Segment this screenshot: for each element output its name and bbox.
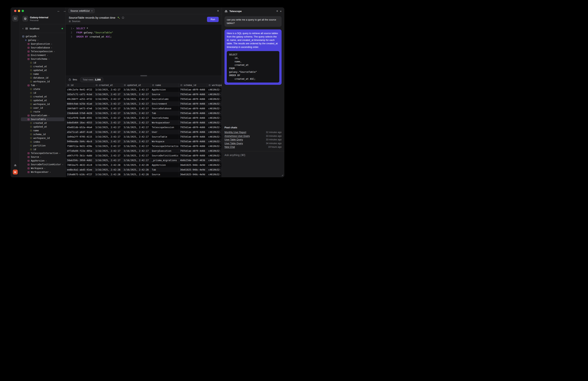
tree-item-name[interactable]: name <box>21 72 64 76</box>
column-header-created_at[interactable]: created_at <box>94 83 122 87</box>
tree-item-partition[interactable]: partition <box>21 144 64 148</box>
tree-item-name[interactable]: name <box>21 129 64 133</box>
table-row[interactable]: 949bea8a-5b0c-4bc63/16/2025, 2:42:173/16… <box>66 139 222 144</box>
tree-item-AppVersion[interactable]: AppVersion▸ <box>21 159 64 163</box>
zoom-window-button[interactable] <box>22 10 24 12</box>
table-cell: 7935d1ae-d8f0-4d66 <box>179 134 207 139</box>
tree-item-workspace_id[interactable]: workspace_id <box>21 136 64 140</box>
tree-item-Tab[interactable]: Tab▾ <box>21 84 64 87</box>
split-drag-handle[interactable] <box>140 75 147 76</box>
tree-item-galaxydb[interactable]: galaxydb▾ <box>21 34 64 38</box>
tree-item-galaxy[interactable]: galaxy▾ <box>21 38 64 42</box>
table-cell: 7935d1ae-d8f0-4d66 <box>179 101 207 106</box>
table-cell: df7a9a94-f22e-405a <box>66 149 94 153</box>
connection-row[interactable]: ‹ localhost <box>20 24 65 33</box>
tree-item-database_id[interactable]: database_id <box>21 76 64 80</box>
tree-item-workspace_id[interactable]: workspace_id <box>21 80 64 84</box>
tree-item-SourceDefinitionHistory[interactable]: SourceDefinitionHistory▸ <box>21 163 64 166</box>
nav-forward-button[interactable]: → <box>63 9 66 13</box>
new-chat-button[interactable]: + <box>276 9 278 13</box>
table-row[interactable]: 45e851db-b52a-44a43/16/2025, 2:42:173/16… <box>66 125 222 130</box>
table-icon <box>27 118 30 121</box>
table-row[interactable]: a5a71ca3-a647-4ce83/16/2025, 2:42:173/16… <box>66 130 222 134</box>
column-header-schema_id[interactable]: schema_id <box>179 83 207 87</box>
resize-grip-icon[interactable] <box>281 174 283 176</box>
info-icon[interactable] <box>122 16 124 19</box>
table-row[interactable]: 7801ba75-4632-41c03/16/2025, 2:42:283/16… <box>66 163 222 167</box>
tree-item-index[interactable]: index <box>21 140 64 144</box>
table-row[interactable]: bdbd5d64-18ac-45533/16/2025, 2:42:173/16… <box>66 120 222 125</box>
connection-status-dot <box>62 28 63 29</box>
table-cell: a847cff5-3b1c-4a8d <box>66 153 94 158</box>
table-row[interactable]: fd1af9f8-5ed8-45913/16/2025, 2:42:173/16… <box>66 115 222 120</box>
column-header-id[interactable]: id <box>66 83 94 87</box>
table-cell: 7935d1ae-d8f0-4d66 <box>179 125 207 130</box>
table-row[interactable]: df7a9a94-f22e-405a3/16/2025, 2:42:173/16… <box>66 149 222 153</box>
table-row[interactable]: 310a8675-b18c-47273/16/2025, 2:42:283/16… <box>66 172 222 177</box>
tree-item-TelescopeInteraction[interactable]: TelescopeInteraction▸ <box>21 151 64 155</box>
tree-item-updated_at[interactable]: updated_at <box>21 125 64 129</box>
tree-item-SourceDatabase[interactable]: SourceDatabase▸ <box>21 46 64 49</box>
table-row[interactable]: 163a7c71-cd71-4cbd3/16/2025, 2:42:173/16… <box>66 92 222 97</box>
past-chat-link[interactable]: User Table Query <box>225 138 243 141</box>
tree-item-label: name <box>33 73 39 75</box>
table-row[interactable]: 58ab350c-3950-4d823/16/2025, 2:42:173/16… <box>66 158 222 163</box>
tree-item-SourceColumn[interactable]: SourceColumn▸ <box>21 114 64 117</box>
queries-nav-button[interactable] <box>12 15 18 22</box>
tree-item-user_id[interactable]: user_id <box>21 106 64 110</box>
minimize-window-button[interactable] <box>18 10 20 12</box>
tree-item-state[interactable]: state <box>21 87 64 91</box>
tab-close-icon[interactable]: × <box>91 9 93 12</box>
tree-item-updated_at[interactable]: updated_at <box>21 68 64 72</box>
close-panel-button[interactable]: × <box>280 10 282 13</box>
past-chat-link[interactable]: Anonymous User Query <box>225 135 250 137</box>
tree-item-id[interactable]: id <box>21 148 64 151</box>
tree-item-updated_at[interactable]: updated_at <box>21 99 64 102</box>
user-avatar[interactable]: M <box>13 170 18 175</box>
column-header-workspace_id[interactable]: workspace_id <box>207 83 222 87</box>
table-row[interactable]: ee8bc6a1-abd5-41ee3/16/2025, 2:42:283/16… <box>66 167 222 172</box>
table-row[interactable]: 1b94a2ff-9705-41153/16/2025, 2:42:173/16… <box>66 134 222 139</box>
table-row[interactable]: 6664c9ab-b25b-41ad3/16/2025, 2:42:173/16… <box>66 101 222 106</box>
tree-item-schema_id[interactable]: schema_id <box>21 133 64 136</box>
new-tab-button[interactable]: + <box>217 9 219 13</box>
tree-item-TelescopeSession[interactable]: TelescopeSession▸ <box>21 49 64 53</box>
nav-back-button[interactable]: ← <box>57 9 60 13</box>
tree-item-Workspace[interactable]: Workspace▸ <box>21 166 64 170</box>
close-window-button[interactable] <box>14 10 16 12</box>
tree-item-Environment[interactable]: Environment▸ <box>21 53 64 57</box>
table-row[interactable]: a847cff5-3b1c-4a8d3/16/2025, 2:42:173/16… <box>66 153 222 158</box>
editor-code[interactable]: SELECT *FROM galaxy."SourceTable"ORDER B… <box>75 26 222 76</box>
tree-item-created_at[interactable]: created_at <box>21 65 64 68</box>
tree-item-route[interactable]: route <box>21 110 64 114</box>
workspace-header[interactable]: Galaxy-Internal Personal <box>20 15 65 24</box>
tree-item-id[interactable]: id <box>21 61 64 65</box>
tree-item-Source[interactable]: Source▸ <box>21 155 64 159</box>
telescope-toggle-icon[interactable] <box>14 164 17 167</box>
table-row[interactable]: f580711a-9d31-439e3/16/2025, 2:42:173/16… <box>66 144 222 149</box>
tree-item-id[interactable]: id <box>21 91 64 95</box>
tree-item-QueryExecution[interactable]: QueryExecution▸ <box>21 42 64 46</box>
run-button[interactable]: Run <box>207 17 219 22</box>
table-row[interactable]: 284fb8f7-b473-47e63/16/2025, 2:42:173/16… <box>66 106 222 111</box>
past-chat-link[interactable]: New Chat <box>225 146 235 148</box>
fold-icon[interactable]: ▾ <box>72 27 75 29</box>
table-row[interactable]: c90c2afe-9e41-4f223/16/2025, 2:42:173/16… <box>66 87 222 92</box>
sparkle-icon[interactable] <box>117 16 120 19</box>
tree-item-created_at[interactable]: created_at <box>21 121 64 125</box>
table-row[interactable]: 15bdb4e8-57b0-4d283/16/2025, 2:42:173/16… <box>66 111 222 115</box>
column-header-updated_at[interactable]: updated_at <box>122 83 150 87</box>
past-chat-link[interactable]: Monthly User Report <box>225 131 246 134</box>
tree-item-workspace_id[interactable]: workspace_id <box>21 102 64 106</box>
past-chat-link[interactable]: User Table Query <box>225 142 243 145</box>
chat-input[interactable] <box>225 154 282 175</box>
table-row[interactable]: 49c268ff-a251-4f323/16/2025, 2:42:173/16… <box>66 97 222 101</box>
column-header-name[interactable]: name <box>150 83 179 87</box>
tree-item-SourceSchema[interactable]: SourceSchema▾ <box>21 57 64 61</box>
tree-item-WorkspaceUser[interactable]: WorkspaceUser▸ <box>21 170 64 174</box>
sql-editor[interactable]: 1▾23 SELECT *FROM galaxy."SourceTable"OR… <box>66 24 222 76</box>
tab-source[interactable]: Source: e4d4511d × <box>68 8 95 13</box>
tree-item-SourceTable[interactable]: SourceTable▾ <box>21 117 64 121</box>
chevron-down-icon: ▾ <box>38 39 39 41</box>
tree-item-created_at[interactable]: created_at <box>21 95 64 99</box>
